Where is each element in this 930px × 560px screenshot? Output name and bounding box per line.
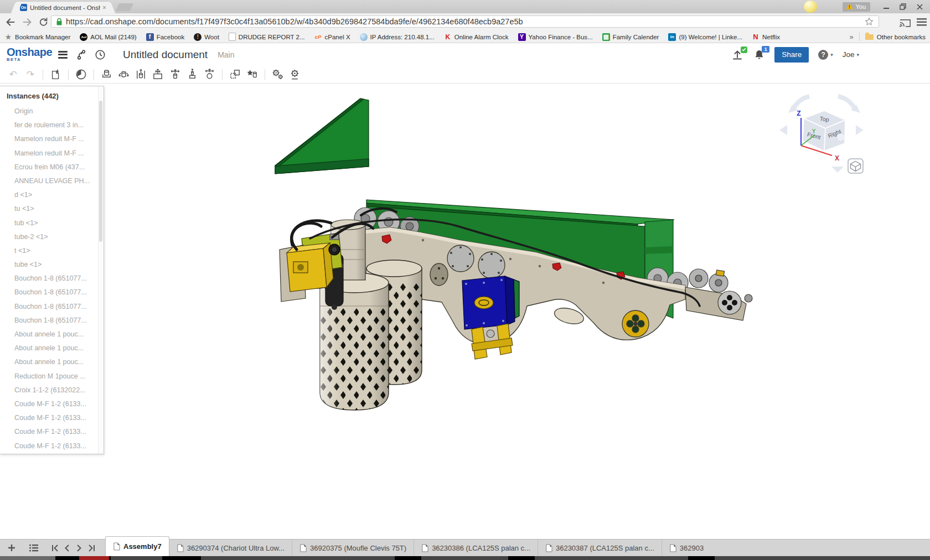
bookmark-item[interactable]: AolAOL Mail (2149) [80,33,136,41]
first-tab-button[interactable] [49,540,61,556]
bookmark-item[interactable]: fFacebook [146,33,185,41]
instance-item[interactable]: Bouchon 1-8 (651077... [0,300,104,314]
instance-item[interactable]: Bouchon 1-8 (651077... [0,286,104,299]
instance-item[interactable]: Mamelon reduit M-F ... [0,147,104,160]
doc-tab-36920375[interactable]: 36920375 (Moufle Clevis 75T) [292,540,414,556]
url-bar[interactable]: https://cad.onshape.com/documents/f17f49… [51,15,879,28]
iso-view-button[interactable] [848,159,863,173]
slider-mate-button[interactable] [132,67,149,82]
rotate-arrows[interactable] [794,96,855,108]
revolute-mate-button[interactable] [115,67,132,82]
tab-list-button[interactable] [27,540,41,556]
main-menu-button[interactable] [53,46,72,63]
blue-control-box[interactable] [462,276,519,329]
tab-close-icon[interactable]: × [102,4,106,11]
add-tab-button[interactable] [4,540,19,556]
instance-item[interactable]: Mamelon reduit M-F ... [0,132,104,146]
history-button[interactable] [91,46,110,63]
graphics-area[interactable]: Top Front Right Z X Y [0,84,930,535]
document-title[interactable]: Untitled document [123,49,208,61]
instance-item[interactable]: Croix 1-1-2 (6132022... [0,383,104,397]
instance-item[interactable]: About annele 1 pouc... [0,355,104,369]
reload-button[interactable] [35,14,52,30]
bookmark-item[interactable]: ★Bookmark Manager [4,33,70,41]
insert-button[interactable] [47,67,64,82]
bookmark-item[interactable]: NNetflix [752,33,780,41]
instance-item[interactable]: ANNEAU LEVAGE PH... [0,174,104,188]
bookmark-item[interactable]: !Woot [194,33,219,41]
other-bookmarks-button[interactable]: Other bookmarks [865,34,926,40]
instance-item[interactable]: Coude M-F 1-2 (6133... [0,439,104,453]
instance-item[interactable]: tube <1> [0,258,104,272]
user-menu[interactable]: Joe ▾ [843,50,859,59]
instance-item[interactable]: t <1> [0,244,104,258]
doc-tab-assembly7[interactable]: Assembly7 [105,536,169,556]
notifications-button[interactable]: 1 [753,49,765,61]
named-positions-button[interactable] [244,67,261,82]
bookmark-item[interactable]: KOnline Alarm Clock [444,33,509,41]
minimize-button[interactable] [878,1,895,13]
profile-badge[interactable]: You [843,2,870,12]
instance-item[interactable]: tube-2 <1> [0,230,104,244]
ball-mate-button[interactable] [201,67,218,82]
mate-values-button[interactable] [269,67,286,82]
prev-tab-button[interactable] [61,540,73,556]
bookmark-item[interactable]: ▦Family Calender [602,33,659,41]
versions-button[interactable] [72,46,91,63]
instance-item[interactable]: tub <1> [0,216,104,230]
rollback-history-button[interactable] [73,67,90,82]
instance-item[interactable]: Reduction M 1pouce ... [0,370,104,383]
doc-tab-clipped[interactable]: 362903 [662,540,930,556]
instance-item[interactable]: Coude M-F 1-2 (6133... [0,411,104,425]
instance-item[interactable]: d <1> [0,188,104,202]
help-menu[interactable]: ? ▾ [818,50,833,60]
cylindrical-mate-button[interactable] [167,67,184,82]
planar-mate-button[interactable] [149,67,167,82]
app-header: Onshape BETA Untitled document Main [0,43,930,66]
publish-button[interactable] [731,49,743,61]
instance-item[interactable]: About annele 1 pouc... [0,328,104,341]
workspace-name[interactable]: Main [218,50,234,59]
back-button[interactable] [2,14,19,30]
instance-item[interactable]: fer de roulement 3 in... [0,118,104,132]
assembly-settings-button[interactable] [286,67,303,82]
instance-item[interactable]: Origin [0,105,104,118]
doc-tab-36290374[interactable]: 36290374 (Chariot Ultra Low... [169,540,292,556]
instance-item[interactable]: Bouchon 1-8 (651077... [0,314,104,328]
bookmark-item[interactable]: IP Address: 210.48.1... [360,33,435,41]
instance-item[interactable]: Coude M-F 1-2 (6133... [0,397,104,411]
undo-button[interactable]: ↶ [4,67,22,82]
instance-item[interactable]: tu <1> [0,202,104,216]
group-button[interactable] [226,67,244,82]
instance-item[interactable]: Coude M-F 1-2 (6133... [0,425,104,439]
bookmark-item[interactable]: DRUDGE REPORT 2... [229,33,305,41]
doc-tab-36230386[interactable]: 36230386 (LCA125S palan c... [414,540,538,556]
instance-item[interactable]: About annele 1 pouc... [0,341,104,355]
instance-item[interactable]: Ecrou frein M06 (437... [0,160,104,174]
panel-scrollbar[interactable] [98,86,104,454]
bookmark-item[interactable]: YYahoo Finance - Bus... [518,33,593,41]
close-button[interactable] [911,1,928,13]
onshape-logo[interactable]: Onshape BETA [7,47,45,62]
scrollbar-thumb[interactable] [99,101,102,242]
browser-menu-icon[interactable] [917,18,927,26]
redo-button[interactable]: ↷ [22,67,39,82]
view-cube[interactable]: Top Front Right Z X Y [779,96,864,173]
fastened-mate-button[interactable] [98,67,115,82]
new-tab-button[interactable] [116,3,133,11]
bookmarks-overflow-icon[interactable]: » [850,33,854,41]
bookmark-star-icon[interactable] [864,17,874,27]
pin-slot-mate-button[interactable] [184,67,201,82]
forward-button[interactable] [19,14,35,30]
restore-button[interactable] [895,1,911,13]
doc-tab-36230387[interactable]: 36230387 (LCA125S palan c... [538,540,662,556]
next-tab-button[interactable] [73,540,85,556]
instance-item[interactable]: Bouchon 1-8 (651077... [0,272,104,286]
bookmark-item[interactable]: in(9) Welcome! | Linke... [668,33,742,41]
bookmark-item[interactable]: cPcPanel X [314,33,350,41]
share-button[interactable]: Share [774,47,809,63]
cast-icon[interactable] [899,18,911,27]
browser-tab[interactable]: On Untitled document - Onsh × [17,2,110,13]
last-tab-button[interactable] [85,540,97,556]
assembly-3d-view[interactable]: Top Front Right Z X Y [0,84,930,535]
